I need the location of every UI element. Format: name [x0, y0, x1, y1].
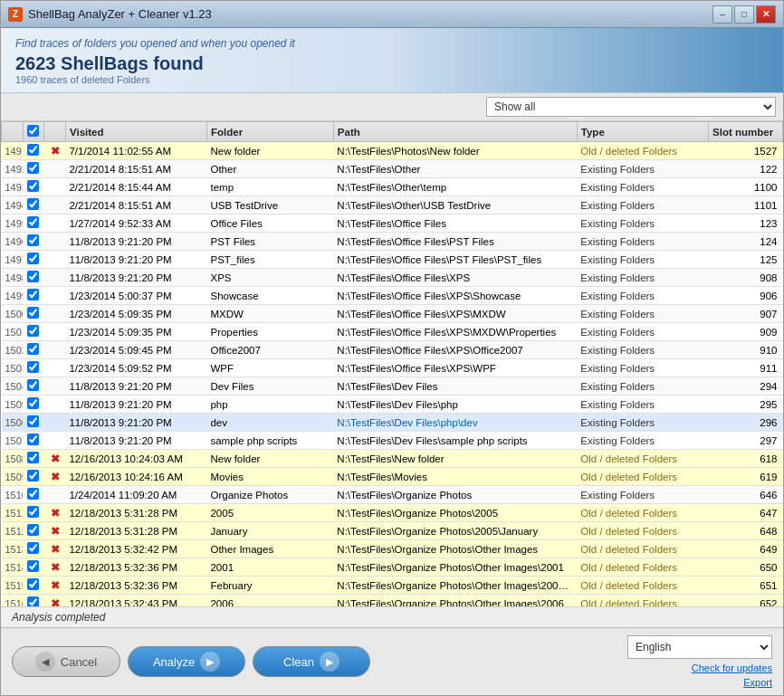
row-checkbox[interactable] [27, 524, 39, 536]
row-checkbox[interactable] [27, 379, 39, 391]
col-header-folder[interactable]: Folder [206, 122, 333, 142]
row-checkbox[interactable] [27, 216, 39, 228]
col-header-path[interactable]: Path [333, 122, 577, 142]
table-row[interactable]: 149711/8/2013 9:21:20 PMPST_filesN:\Test… [2, 251, 783, 269]
row-checkbox[interactable] [27, 560, 39, 572]
table-row[interactable]: 15031/23/2014 5:09:52 PMWPFN:\TestFiles\… [2, 359, 783, 377]
table-row[interactable]: 150711/8/2013 9:21:20 PMsample php scrip… [2, 432, 783, 450]
table-row[interactable]: 14922/21/2014 8:15:51 AMOtherN:\TestFile… [2, 160, 783, 178]
row-checkbox-cell[interactable] [23, 287, 44, 305]
table-row[interactable]: 14991/23/2014 5:00:37 PMShowcaseN:\TestF… [2, 287, 783, 305]
table-row[interactable]: 15001/23/2014 5:09:35 PMMXDWN:\TestFiles… [2, 305, 783, 323]
row-checkbox-cell[interactable] [23, 305, 44, 323]
row-checkbox[interactable] [27, 307, 39, 319]
row-checkbox-cell[interactable] [23, 269, 44, 287]
row-checkbox[interactable] [27, 470, 39, 481]
row-checkbox[interactable] [27, 289, 39, 300]
col-header-slot[interactable]: Slot number [709, 122, 783, 142]
table-row[interactable]: 1516✖12/18/2013 5:32:43 PM2006N:\TestFil… [2, 595, 783, 607]
row-checkbox-cell[interactable] [23, 558, 44, 577]
row-checkbox[interactable] [27, 452, 39, 463]
row-path: N:\TestFiles\Organize Photos [333, 486, 577, 504]
row-checkbox-cell[interactable] [23, 577, 44, 595]
clean-button[interactable]: Clean ▶ [253, 646, 370, 677]
row-checkbox[interactable] [27, 361, 39, 373]
table-row[interactable]: 1509✖12/16/2013 10:24:16 AMMoviesN:\Test… [2, 468, 783, 486]
row-checkbox-cell[interactable] [23, 178, 44, 196]
row-checkbox-cell[interactable] [23, 251, 44, 269]
cancel-button[interactable]: ◀ Cancel [12, 646, 120, 677]
col-header-checkbox[interactable] [23, 122, 44, 142]
table-row[interactable]: 150611/8/2013 9:21:20 PMdevN:\TestFiles\… [2, 414, 783, 432]
row-checkbox[interactable] [27, 234, 39, 246]
table-row[interactable]: 1508✖12/16/2013 10:24:03 AMNew folderN:\… [2, 450, 783, 468]
row-checkbox[interactable] [27, 325, 39, 337]
row-checkbox[interactable] [27, 542, 39, 554]
row-checkbox[interactable] [27, 596, 39, 606]
maximize-button[interactable]: □ [734, 5, 754, 24]
table-row[interactable]: 1513✖12/18/2013 5:32:42 PMOther ImagesN:… [2, 540, 783, 558]
row-checkbox[interactable] [27, 198, 39, 210]
table-container[interactable]: Visited Folder Path Type Slot number 149… [1, 121, 783, 606]
minimize-button[interactable]: – [712, 5, 732, 24]
row-slot: 647 [709, 504, 783, 522]
row-checkbox-cell[interactable] [23, 359, 44, 377]
row-checkbox-cell[interactable] [23, 486, 44, 504]
table-row[interactable]: 1512✖12/18/2013 5:31:28 PMJanuaryN:\Test… [2, 522, 783, 540]
col-header-type[interactable]: Type [577, 122, 708, 142]
table-row[interactable]: 15021/23/2014 5:09:45 PMOffice2007N:\Tes… [2, 341, 783, 359]
col-header-visited[interactable]: Visited [65, 122, 206, 142]
row-checkbox-cell[interactable] [23, 142, 44, 160]
row-checkbox-cell[interactable] [23, 215, 44, 233]
row-checkbox[interactable] [27, 180, 39, 192]
table-row[interactable]: 14942/21/2014 8:15:51 AMUSB TestDriveN:\… [2, 196, 783, 215]
row-checkbox-cell[interactable] [23, 595, 44, 607]
select-all-checkbox[interactable] [27, 125, 39, 137]
table-row[interactable]: 1491✖7/1/2014 11:02:55 AMNew folderN:\Te… [2, 142, 783, 160]
table-row[interactable]: 1515✖12/18/2013 5:32:36 PMFebruaryN:\Tes… [2, 577, 783, 595]
row-checkbox-cell[interactable] [23, 522, 44, 540]
filter-select[interactable]: Show all Show deleted only Show existing… [486, 97, 776, 117]
analyze-button[interactable]: Analyze ▶ [128, 646, 245, 677]
row-checkbox-cell[interactable] [23, 341, 44, 359]
row-checkbox-cell[interactable] [23, 504, 44, 522]
row-checkbox-cell[interactable] [23, 414, 44, 432]
row-checkbox-cell[interactable] [23, 396, 44, 414]
row-checkbox-cell[interactable] [23, 377, 44, 396]
table-row[interactable]: 14932/21/2014 8:15:44 AMtempN:\TestFiles… [2, 178, 783, 196]
row-checkbox[interactable] [27, 253, 39, 264]
row-checkbox[interactable] [27, 434, 39, 445]
row-checkbox-cell[interactable] [23, 323, 44, 341]
table-row[interactable]: 14951/27/2014 9:52:33 AMOffice FilesN:\T… [2, 215, 783, 233]
table-row[interactable]: 15011/23/2014 5:09:35 PMPropertiesN:\Tes… [2, 323, 783, 341]
row-checkbox[interactable] [27, 506, 39, 518]
row-checkbox-cell[interactable] [23, 468, 44, 486]
row-checkbox-cell[interactable] [23, 196, 44, 215]
table-row[interactable]: 15101/24/2014 11:09:20 AMOrganize Photos… [2, 486, 783, 504]
close-button[interactable]: ✕ [756, 5, 776, 24]
table-row[interactable]: 149611/8/2013 9:21:20 PMPST FilesN:\Test… [2, 233, 783, 251]
table-row[interactable]: 1514✖12/18/2013 5:32:36 PM2001N:\TestFil… [2, 558, 783, 577]
check-updates-link[interactable]: Check for updates [692, 663, 772, 673]
row-type: Old / deleted Folders [577, 540, 708, 558]
table-row[interactable]: 150411/8/2013 9:21:20 PMDev FilesN:\Test… [2, 377, 783, 396]
table-row[interactable]: 150511/8/2013 9:21:20 PMphpN:\TestFiles\… [2, 396, 783, 414]
row-checkbox-cell[interactable] [23, 450, 44, 468]
row-checkbox-cell[interactable] [23, 160, 44, 178]
row-status-cell [44, 196, 66, 215]
row-checkbox[interactable] [27, 144, 39, 156]
table-row[interactable]: 149811/8/2013 9:21:20 PMXPSN:\TestFiles\… [2, 269, 783, 287]
row-checkbox[interactable] [27, 488, 39, 500]
table-row[interactable]: 1511✖12/18/2013 5:31:28 PM2005N:\TestFil… [2, 504, 783, 522]
language-select[interactable]: English Deutsch Français [627, 635, 772, 659]
row-checkbox[interactable] [27, 578, 39, 590]
row-checkbox[interactable] [27, 343, 39, 355]
row-checkbox[interactable] [27, 271, 39, 282]
row-checkbox[interactable] [27, 415, 39, 427]
row-checkbox[interactable] [27, 162, 39, 174]
row-checkbox-cell[interactable] [23, 432, 44, 450]
row-checkbox-cell[interactable] [23, 540, 44, 558]
row-checkbox-cell[interactable] [23, 233, 44, 251]
row-checkbox[interactable] [27, 397, 39, 409]
export-link[interactable]: Export [743, 677, 772, 688]
